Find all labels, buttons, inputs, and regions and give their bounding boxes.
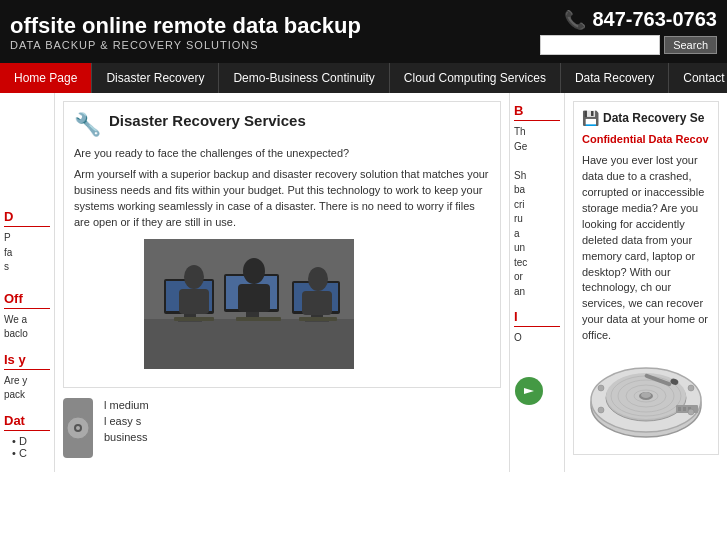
panel-main-center: 🔧 Disaster Recovery Services Are you rea… [55, 93, 510, 472]
svg-point-47 [688, 409, 694, 415]
svg-rect-17 [238, 284, 270, 312]
navigation: Home Page Disaster Recovery Demo-Busines… [0, 63, 727, 93]
bottom-text-medium: l mediuml easy sbusiness [104, 398, 501, 446]
panel-a-heading-isy: Is y Are ypack [4, 352, 50, 403]
article-image [144, 239, 354, 369]
panel-a-heading-d: D [4, 209, 50, 227]
panel-c-heading-i: I O [514, 309, 560, 346]
article-para2: Arm yourself with a superior backup and … [74, 167, 490, 231]
svg-point-18 [308, 267, 328, 291]
svg-rect-15 [179, 289, 209, 314]
article-header: 🔧 Disaster Recovery Services [74, 112, 490, 138]
disaster-recovery-article: 🔧 Disaster Recovery Services Are you rea… [63, 101, 501, 388]
panel-right-sidebar: 💾 Data Recovery Services Confidential Da… [565, 93, 727, 472]
svg-point-44 [598, 385, 604, 391]
nav-item-contact[interactable]: Contact Us [669, 63, 727, 93]
panel-left-narrow: D Pfas Off We abaclo Is y Are ypack Dat … [0, 93, 55, 472]
nav-item-home[interactable]: Home Page [0, 63, 92, 93]
cd-icon-box [63, 398, 93, 458]
header: offsite online remote data backup DATA B… [0, 0, 727, 63]
article-icon: 🔧 [74, 112, 101, 138]
hdd-image-container [582, 350, 710, 440]
panel-c-text-b: ThGeShbacriruauntecoran [514, 125, 560, 299]
panel-a-text-d: Pfas [4, 231, 50, 275]
search-bar: Search [540, 35, 717, 55]
panel-right-narrow: B ThGeShbacriruauntecoran I O [510, 93, 565, 472]
small-icon-col [63, 398, 98, 464]
bottom-text-col: l mediuml easy sbusiness [104, 398, 501, 464]
panel-a-heading-off: Off We abaclo [4, 291, 50, 342]
svg-rect-19 [302, 291, 332, 315]
svg-rect-42 [683, 407, 686, 411]
page-wrapper: offsite online remote data backup DATA B… [0, 0, 727, 472]
main-content: D Pfas Off We abaclo Is y Are ypack Dat … [0, 93, 727, 472]
phone-icon: 📞 [564, 9, 586, 31]
nav-item-cloud[interactable]: Cloud Computing Services [390, 63, 561, 93]
dr-para1: Have you ever lost your data due to a cr… [582, 153, 710, 344]
phone-text: 847-763-0763 [592, 8, 717, 31]
panel-c-heading-b: B [514, 103, 560, 121]
panel-c-content: B ThGeShbacriruauntecoran I O [514, 99, 560, 409]
hdd-svg [586, 350, 706, 440]
search-input[interactable] [540, 35, 660, 55]
nav-item-data-recovery[interactable]: Data Recovery [561, 63, 669, 93]
data-recovery-right-article: 💾 Data Recovery Services Confidential Da… [573, 101, 719, 455]
panel-a-content: D Pfas Off We abaclo Is y Are ypack Dat … [4, 209, 50, 459]
dr-article-title: Data Recovery Services [603, 111, 710, 125]
svg-rect-20 [174, 317, 214, 321]
svg-point-37 [641, 392, 651, 398]
phone-number: 📞 847-763-0763 [564, 8, 717, 31]
nav-item-disaster-recovery[interactable]: Disaster Recovery [92, 63, 219, 93]
svg-rect-21 [236, 317, 281, 321]
dr-confidential: Confidential Data Recov [582, 132, 710, 148]
search-button[interactable]: Search [664, 36, 717, 54]
site-tagline: DATA BACKUP & RECOVERY SOLUTIONS [10, 39, 361, 51]
dr-article-header: 💾 Data Recovery Services [582, 110, 710, 126]
svg-point-46 [598, 407, 604, 413]
panel-a-heading-dat: Dat D C [4, 413, 50, 459]
svg-point-45 [688, 385, 694, 391]
svg-point-14 [184, 265, 204, 289]
nav-item-demo[interactable]: Demo-Business Continuity [219, 63, 389, 93]
svg-rect-41 [678, 407, 681, 411]
header-right: 📞 847-763-0763 Search [540, 8, 717, 55]
data-recovery-icon: 💾 [582, 110, 599, 126]
site-name: offsite online remote data backup [10, 13, 361, 39]
svg-point-25 [76, 426, 80, 430]
article-title: Disaster Recovery Services [109, 112, 306, 129]
green-circle-icon [514, 376, 544, 406]
svg-rect-1 [144, 319, 354, 369]
svg-point-16 [243, 258, 265, 284]
cd-icon [66, 416, 90, 440]
svg-rect-22 [299, 317, 337, 321]
site-title: offsite online remote data backup DATA B… [10, 13, 361, 51]
bottom-row: l mediuml easy sbusiness [63, 398, 501, 464]
panel-c-icon-green [514, 376, 560, 409]
people-computers-image [144, 239, 354, 369]
article-para1: Are you ready to face the challenges of … [74, 146, 490, 162]
